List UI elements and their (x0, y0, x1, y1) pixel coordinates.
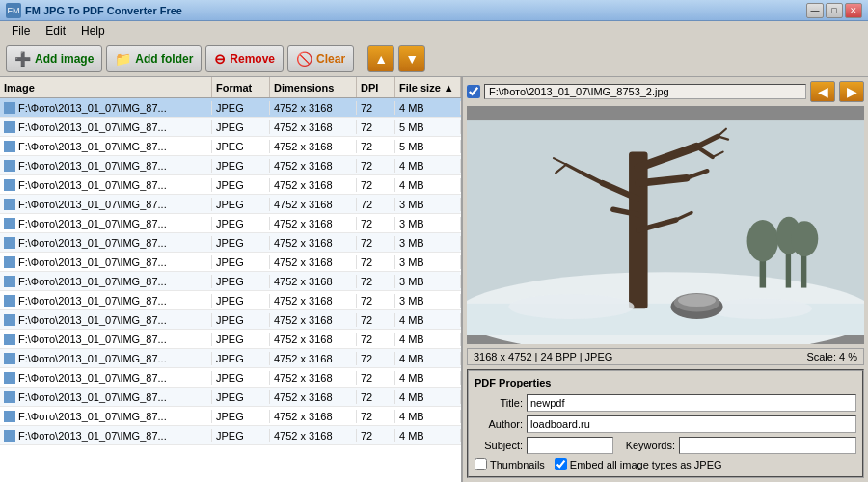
maximize-button[interactable]: □ (826, 3, 843, 18)
col-header-dpi: DPI (357, 77, 395, 97)
add-image-button[interactable]: ➕ Add image (6, 45, 102, 72)
table-row[interactable]: F:\Фото\2013_01_07\IMG_87... JPEG 4752 x… (0, 118, 461, 137)
right-panel: F:\Фото\2013_01_07\IMG_8753_2.jpg ◀ ▶ (463, 77, 868, 482)
author-row: Author: (475, 415, 856, 433)
preview-image (467, 106, 864, 344)
remove-button[interactable]: ⊖ Remove (205, 45, 284, 72)
table-row[interactable]: F:\Фото\2013_01_07\IMG_87... JPEG 4752 x… (0, 156, 461, 175)
svg-point-4 (747, 220, 779, 261)
title-input[interactable] (527, 394, 856, 412)
add-image-icon: ➕ (14, 51, 31, 67)
svg-point-8 (791, 221, 818, 256)
remove-icon: ⊖ (214, 51, 226, 67)
table-row[interactable]: F:\Фото\2013_01_07\IMG_87... JPEG 4752 x… (0, 388, 461, 407)
add-folder-button[interactable]: 📁 Add folder (106, 45, 202, 72)
pdf-properties-title: PDF Properties (475, 377, 856, 388)
svg-point-26 (508, 294, 634, 319)
svg-line-13 (638, 178, 687, 183)
col-header-format: Format (212, 77, 270, 97)
preview-next-button[interactable]: ▶ (839, 81, 864, 102)
embed-checkbox[interactable] (555, 458, 567, 470)
add-folder-icon: 📁 (115, 51, 131, 67)
table-row[interactable]: F:\Фото\2013_01_07\IMG_87... JPEG 4752 x… (0, 214, 461, 233)
pdf-properties-panel: PDF Properties Title: Author: Subject: K… (467, 369, 864, 478)
table-row[interactable]: F:\Фото\2013_01_07\IMG_87... JPEG 4752 x… (0, 253, 461, 272)
main-content: Image Format Dimensions DPI File size ▲ … (0, 77, 868, 482)
preview-checkbox[interactable] (467, 85, 480, 98)
image-dimensions: 3168 x 4752 | 24 BPP | JPEG (474, 351, 612, 362)
svg-point-30 (678, 294, 716, 307)
table-row[interactable]: F:\Фото\2013_01_07\IMG_87... JPEG 4752 x… (0, 330, 461, 349)
col-header-dimensions: Dimensions (270, 77, 357, 97)
nav-down-button[interactable]: ▼ (398, 45, 425, 72)
thumbnails-option: Thumbnails (475, 458, 545, 470)
title-label: Title: (475, 397, 523, 409)
clear-icon: 🚫 (296, 51, 312, 67)
menu-edit[interactable]: Edit (38, 22, 73, 40)
preview-path: F:\Фото\2013_01_07\IMG_8753_2.jpg (484, 84, 806, 99)
app-title: FM JPG To PDF Converter Free (25, 5, 806, 16)
author-label: Author: (475, 418, 523, 430)
file-list-body[interactable]: F:\Фото\2013_01_07\IMG_87... JPEG 4752 x… (0, 98, 461, 482)
options-row: Thumbnails Embed all image types as JPEG (475, 458, 856, 470)
title-bar: FM FM JPG To PDF Converter Free — □ ✕ (0, 0, 868, 21)
window-controls: — □ ✕ (806, 3, 862, 18)
file-list-panel: Image Format Dimensions DPI File size ▲ … (0, 77, 463, 482)
thumbnails-checkbox[interactable] (475, 458, 487, 470)
table-row[interactable]: F:\Фото\2013_01_07\IMG_87... JPEG 4752 x… (0, 349, 461, 368)
menu-file[interactable]: File (4, 22, 38, 40)
preview-header: F:\Фото\2013_01_07\IMG_8753_2.jpg ◀ ▶ (467, 81, 864, 102)
minimize-button[interactable]: — (806, 3, 824, 18)
image-info: 3168 x 4752 | 24 BPP | JPEG Scale: 4 % (467, 348, 864, 365)
table-row[interactable]: F:\Фото\2013_01_07\IMG_87... JPEG 4752 x… (0, 368, 461, 388)
table-row[interactable]: F:\Фото\2013_01_07\IMG_87... JPEG 4752 x… (0, 310, 461, 330)
image-preview (467, 106, 864, 344)
table-row[interactable]: F:\Фото\2013_01_07\IMG_87... JPEG 4752 x… (0, 407, 461, 426)
app-icon: FM (6, 3, 21, 18)
subject-keywords-row: Subject: Keywords: (475, 437, 856, 454)
col-header-image: Image (0, 77, 212, 97)
menu-help[interactable]: Help (73, 22, 113, 40)
table-row[interactable]: F:\Фото\2013_01_07\IMG_87... JPEG 4752 x… (0, 195, 461, 214)
svg-point-27 (707, 298, 811, 319)
title-row: Title: (475, 394, 856, 412)
keywords-input[interactable] (679, 437, 856, 454)
table-row[interactable]: F:\Фото\2013_01_07\IMG_87... JPEG 4752 x… (0, 175, 461, 195)
file-list-header: Image Format Dimensions DPI File size ▲ (0, 77, 461, 98)
table-row[interactable]: F:\Фото\2013_01_07\IMG_87... JPEG 4752 x… (0, 272, 461, 291)
close-button[interactable]: ✕ (845, 3, 862, 18)
preview-prev-button[interactable]: ◀ (810, 81, 835, 102)
table-row[interactable]: F:\Фото\2013_01_07\IMG_87... JPEG 4752 x… (0, 137, 461, 156)
embed-option: Embed all image types as JPEG (555, 458, 722, 470)
author-input[interactable] (527, 415, 856, 433)
clear-button[interactable]: 🚫 Clear (287, 45, 354, 72)
thumbnails-label: Thumbnails (490, 459, 545, 470)
table-row[interactable]: F:\Фото\2013_01_07\IMG_87... JPEG 4752 x… (0, 426, 461, 445)
table-row[interactable]: F:\Фото\2013_01_07\IMG_87... JPEG 4752 x… (0, 98, 461, 118)
keywords-label: Keywords: (617, 440, 675, 451)
nav-up-button[interactable]: ▲ (367, 45, 394, 72)
image-scale: Scale: 4 % (806, 351, 857, 362)
table-row[interactable]: F:\Фото\2013_01_07\IMG_87... JPEG 4752 x… (0, 291, 461, 310)
subject-input[interactable] (527, 437, 613, 454)
table-row[interactable]: F:\Фото\2013_01_07\IMG_87... JPEG 4752 x… (0, 233, 461, 253)
menu-bar: File Edit Help (0, 21, 868, 40)
toolbar: ➕ Add image 📁 Add folder ⊖ Remove 🚫 Clea… (0, 40, 868, 77)
col-header-filesize: File size ▲ (395, 77, 461, 97)
embed-label: Embed all image types as JPEG (570, 459, 722, 470)
subject-label: Subject: (475, 440, 523, 451)
